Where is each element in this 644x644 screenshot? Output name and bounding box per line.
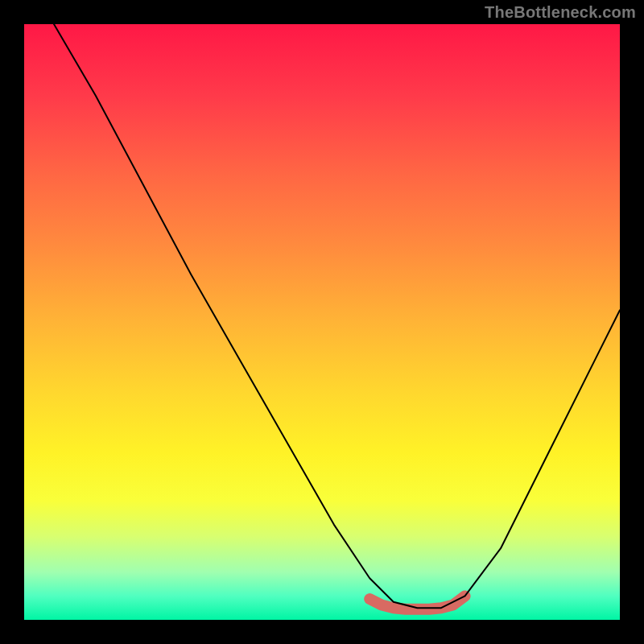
watermark-text: TheBottleneck.com [485, 3, 636, 22]
chart-overlay [24, 24, 620, 620]
plot-area [24, 24, 620, 620]
chart-frame: TheBottleneck.com [0, 0, 644, 644]
series-curve [54, 24, 620, 608]
